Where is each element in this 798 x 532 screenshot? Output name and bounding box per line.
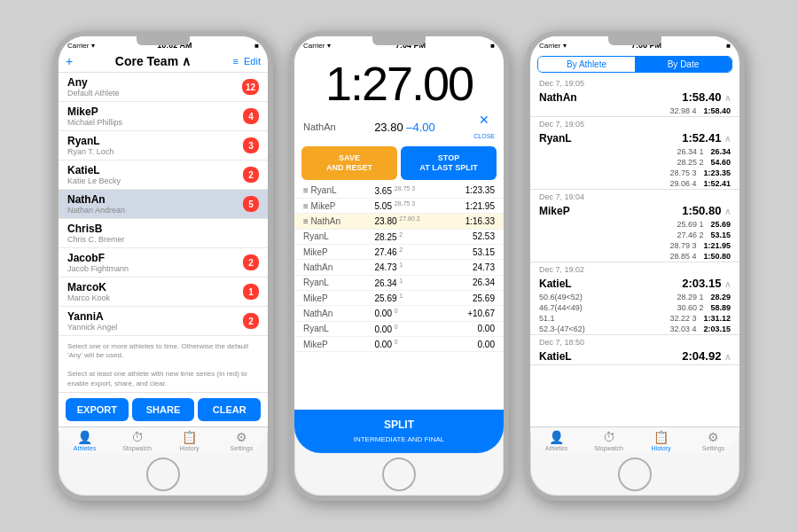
athlete-fullname: Nathan Andrean: [67, 206, 125, 215]
share-button[interactable]: SHARE: [132, 398, 195, 421]
bottom-buttons-1: EXPORT SHARE CLEAR: [59, 392, 268, 426]
split-v1: 25.69 1: [677, 220, 703, 229]
athlete-row[interactable]: ChrisB Chris C. Bremer: [59, 219, 268, 248]
split-val: 24.73: [375, 263, 397, 273]
history-total-time: 2:03.15 ∧: [682, 277, 731, 290]
by-date-button[interactable]: By Date: [635, 57, 732, 72]
split-v2: 26.34: [710, 147, 731, 156]
tab-history[interactable]: 📋History: [635, 430, 687, 451]
export-button[interactable]: EXPORT: [66, 398, 129, 421]
current-athlete: NathAn: [303, 121, 336, 132]
athlete-badge: 1: [243, 284, 259, 300]
carrier-1: Carrier ▾: [67, 42, 95, 50]
split-v2: 58.89: [710, 303, 731, 312]
split-val: 25.69: [375, 293, 397, 303]
history-split-row: 26.34 1 26.34: [530, 146, 739, 157]
split-v1: 32.98 4: [669, 106, 696, 115]
athlete-fullname: Jacob Fightmann: [67, 264, 129, 273]
time-row: ≡ MikeP 5.05 28.75 3 1:21.95: [294, 199, 504, 214]
athlete-col: RyanL: [303, 324, 356, 333]
split-v2: 1:21.95: [703, 241, 731, 250]
tab-stopwatch[interactable]: ⏱Stopwatch: [111, 430, 163, 451]
tab-label: Stopwatch: [594, 445, 623, 451]
home-button-1[interactable]: [146, 458, 180, 491]
athlete-row[interactable]: NathAn Nathan Andrean 5: [59, 190, 268, 219]
split-v2: 2:03.15: [703, 325, 731, 333]
tab-label: History: [180, 445, 200, 451]
split-v2: 28.29: [710, 293, 731, 301]
history-athlete-row[interactable]: KatieL 2:03.15 ∧: [530, 275, 739, 292]
split-button[interactable]: SPLITINTERMEDIATE AND FINAL: [294, 410, 504, 453]
athlete-badge: 4: [243, 108, 259, 124]
history-athlete-row[interactable]: MikeP 1:50.80 ∧: [530, 202, 739, 219]
split-val: 5.05: [375, 201, 392, 211]
athlete-row[interactable]: RyanL Ryan T. Loch 3: [59, 131, 268, 160]
tab-athletes[interactable]: 👤Athletes: [530, 430, 583, 451]
athlete-name: ChrisB: [67, 223, 125, 235]
athlete-fullname: Ryan T. Loch: [67, 147, 113, 156]
cumulative-time: +10.67: [455, 309, 495, 318]
clear-button[interactable]: CLEAR: [198, 398, 261, 421]
athlete-row[interactable]: MikeP Michael Phillips 4: [59, 102, 268, 131]
history-athlete-row[interactable]: NathAn 1:58.40 ∧: [530, 89, 739, 106]
cumulative-time: 0.00: [455, 340, 495, 349]
athlete-row[interactable]: Any Default Athlete 12: [59, 73, 268, 102]
athlete-row[interactable]: JacobF Jacob Fightmann 2: [59, 248, 268, 278]
add-athlete-button[interactable]: +: [66, 54, 73, 68]
stopwatch-info: NathAn 23.80 –4.00 ✕CLOSE: [294, 111, 504, 143]
athlete-col: ≡ RyanL: [303, 185, 356, 195]
history-athlete-name: MikeP: [539, 205, 570, 217]
athlete-info: KatieL Katie Le Becky: [67, 164, 121, 185]
athlete-fullname: Michael Phillips: [67, 118, 122, 127]
athlete-row[interactable]: KatieL Katie Le Becky 2: [59, 160, 268, 190]
save-reset-button[interactable]: SAVEAND RESET: [301, 146, 397, 180]
edit-button[interactable]: Edit: [244, 56, 261, 66]
current-split: 23.80 –4.00: [374, 121, 435, 134]
tab-settings[interactable]: ⚙Settings: [215, 430, 268, 451]
tab-athletes[interactable]: 👤Athletes: [59, 430, 111, 451]
phone-1: Carrier ▾ 10:02 AM ■ + Core Team ∧ ≡ Edi…: [53, 31, 273, 501]
info-text: Select one or more athletes to time. Oth…: [59, 339, 268, 392]
stopwatch-controls: SAVEAND RESET STOPAT LAST SPLIT: [294, 143, 504, 184]
cumulative-time: 0.00: [455, 324, 495, 333]
athlete-info: NathAn Nathan Andrean: [67, 193, 125, 215]
carrier-3: Carrier ▾: [539, 42, 567, 50]
tab-history[interactable]: 📋History: [163, 430, 215, 451]
history-split-row: 28.85 4 1:50.80: [530, 251, 739, 262]
history-athlete-row[interactable]: RyanL 1:52.41 ∧: [530, 129, 739, 146]
athlete-name: NathAn: [67, 193, 125, 206]
split-val: 28.25: [375, 232, 397, 242]
athlete-col: ≡ MikeP: [303, 201, 356, 211]
split-val: 0.00: [375, 309, 392, 319]
split-name-label: 51.1: [539, 314, 662, 323]
battery-2: ■: [490, 42, 495, 50]
tab-stopwatch[interactable]: ⏱Stopwatch: [583, 430, 635, 451]
status-bar-3: Carrier ▾ 7:06 PM ■: [530, 36, 739, 52]
home-button-2[interactable]: [382, 458, 416, 491]
time-row: ≡ NathAn 23.80 27.80 2 1:16.33: [294, 214, 504, 229]
tab-bar-3: 👤Athletes⏱Stopwatch📋History⚙Settings: [530, 426, 739, 453]
cumulative-time: 25.69: [455, 293, 495, 303]
history-athlete-row[interactable]: KatieL 2:04.92 ∧: [530, 348, 739, 364]
cumulative-time: 53.15: [455, 247, 495, 257]
split-val: 3.65: [375, 186, 392, 196]
time-row: NathAn 0.00 0 +10.67: [294, 306, 504, 321]
home-button-3[interactable]: [618, 458, 652, 491]
stop-last-split-button[interactable]: STOPAT LAST SPLIT: [401, 146, 497, 180]
battery-icon-1: ■: [254, 42, 259, 50]
athlete-fullname: Default Athlete: [67, 89, 120, 98]
athlete-row[interactable]: MarcoK Marco Kook 1: [59, 278, 268, 307]
chevron-icon: ∧: [724, 352, 731, 362]
time-row: MikeP 25.69 1 25.69: [294, 291, 504, 306]
close-button[interactable]: ✕CLOSE: [473, 113, 495, 141]
split-v1: 30.60 2: [677, 303, 703, 312]
history-split-row: 25.69 1 25.69: [530, 219, 739, 230]
tab-settings[interactable]: ⚙Settings: [687, 430, 739, 451]
split-v2: 54.60: [710, 158, 731, 167]
history-group: Dec 7, 18:50 KatieL 2:04.92 ∧: [530, 335, 739, 365]
by-athlete-button[interactable]: By Athlete: [538, 57, 635, 72]
athlete-row[interactable]: YanniA Yannick Angel 2: [59, 307, 268, 336]
time-1: 10:02 AM: [157, 41, 192, 50]
list-view-button[interactable]: ≡: [233, 56, 239, 66]
athlete-list: Any Default Athlete 12 MikeP Michael Phi…: [59, 73, 268, 339]
